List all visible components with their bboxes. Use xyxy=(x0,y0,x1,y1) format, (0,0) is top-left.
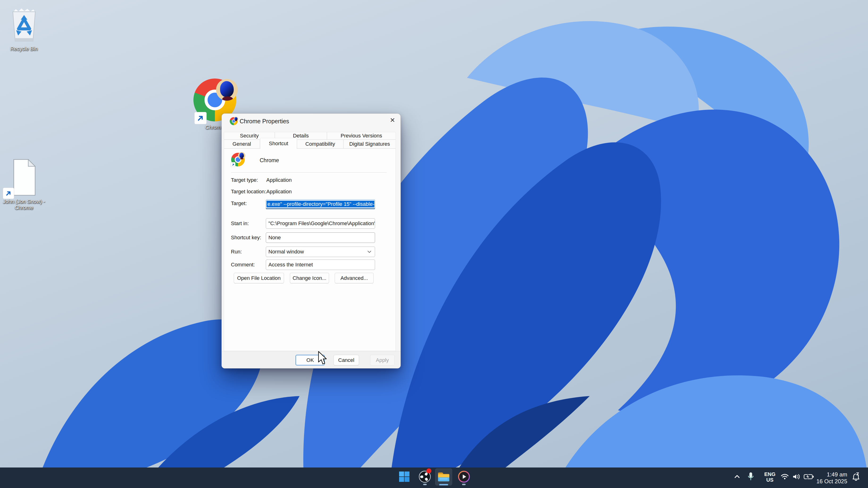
language-indicator[interactable]: ENG US xyxy=(760,471,780,483)
dialog-titlebar-chrome-icon xyxy=(230,117,238,126)
obs-running-indicator xyxy=(423,484,427,485)
recycle-bin-label: Recycle Bin xyxy=(7,46,40,52)
obs-studio-button[interactable] xyxy=(417,469,432,484)
volume-tray-button[interactable] xyxy=(790,469,802,484)
clock-time: 1:49 am xyxy=(807,471,847,478)
microphone-icon xyxy=(747,472,754,481)
chevron-down-icon xyxy=(366,249,372,255)
target-label: Target: xyxy=(231,200,247,207)
file-explorer-icon xyxy=(437,471,450,483)
comment-value: Access the Internet xyxy=(269,262,313,268)
chrome-properties-dialog: Chrome Properties ✕ Security Details Pre… xyxy=(221,113,401,368)
microphone-tray-button[interactable] xyxy=(745,469,757,484)
taskbar: ENG US 1:49 am 16 Oct 2025 xyxy=(0,467,868,488)
tab-general[interactable]: General xyxy=(224,139,260,149)
file-explorer-button[interactable] xyxy=(435,468,452,485)
start-in-value: "C:\Program Files\Google\Chrome\Applicat… xyxy=(269,220,375,227)
start-button[interactable] xyxy=(397,469,412,484)
arrow-cursor-icon xyxy=(317,351,328,365)
shortcut-arrow-icon xyxy=(3,188,14,199)
shortcut-app-name: Chrome xyxy=(260,157,279,164)
recycle-bin-icon xyxy=(7,7,40,45)
language-region: US xyxy=(760,477,780,483)
language-code: ENG xyxy=(760,471,780,477)
doc-shortcut-label-line2: Chrome xyxy=(3,205,45,211)
shortcut-key-value: None xyxy=(269,234,281,241)
shortcut-key-input[interactable]: None xyxy=(266,232,375,243)
profile-avatar-badge xyxy=(238,152,245,159)
notifications-tray-button[interactable] xyxy=(849,469,862,484)
wifi-tray-button[interactable] xyxy=(779,469,790,484)
speaker-icon xyxy=(792,473,801,480)
target-location-label: Target location: xyxy=(231,188,266,195)
dialog-title: Chrome Properties xyxy=(240,118,289,125)
run-value: Normal window xyxy=(269,249,304,255)
media-player-running-indicator xyxy=(462,484,466,485)
shortcut-arrow-icon xyxy=(194,112,207,124)
desktop-wallpaper xyxy=(0,0,868,488)
profile-avatar-badge xyxy=(216,79,238,101)
cancel-button[interactable]: Cancel xyxy=(334,355,359,365)
advanced-button[interactable]: Advanced... xyxy=(335,273,374,283)
shortcut-key-label: Shortcut key: xyxy=(231,234,261,241)
shortcut-page-chrome-icon xyxy=(231,153,245,167)
tray-overflow-button[interactable] xyxy=(731,469,743,484)
change-icon-button[interactable]: Change Icon... xyxy=(290,273,329,283)
tab-digital-signatures[interactable]: Digital Signatures xyxy=(343,139,396,149)
tab-shortcut[interactable]: Shortcut xyxy=(260,138,297,149)
desktop-icon-john-chrome[interactable]: John (Jon Snow) - Chrome xyxy=(3,158,45,211)
tab-compatibility[interactable]: Compatibility xyxy=(297,139,343,149)
wifi-icon xyxy=(780,474,789,480)
clock[interactable]: 1:49 am 16 Oct 2025 xyxy=(807,471,847,485)
close-icon[interactable]: ✕ xyxy=(387,116,398,125)
profile-avatar-badge xyxy=(234,117,238,121)
chevron-up-icon xyxy=(734,473,741,480)
open-file-location-button[interactable]: Open File Location xyxy=(234,273,284,283)
file-explorer-active-indicator xyxy=(439,484,448,485)
target-type-value: Application xyxy=(266,177,292,184)
run-label: Run: xyxy=(231,249,242,255)
target-input[interactable]: e.exe" --profile-directory="Profile 15" … xyxy=(266,199,375,209)
mouse-cursor xyxy=(317,351,328,366)
desktop-icon-recycle-bin[interactable]: Recycle Bin xyxy=(7,7,40,52)
bloom-artwork xyxy=(0,0,868,488)
bell-sleep-icon xyxy=(852,472,860,481)
start-in-label: Start in: xyxy=(231,220,249,227)
media-player-icon xyxy=(458,470,470,483)
media-player-button[interactable] xyxy=(457,469,471,484)
clock-date: 16 Oct 2025 xyxy=(807,478,847,485)
target-type-label: Target type: xyxy=(231,177,258,184)
run-select[interactable]: Normal window xyxy=(266,247,375,257)
tab-previous-versions[interactable]: Previous Versions xyxy=(327,132,396,139)
shortcut-arrow-icon xyxy=(231,162,236,167)
recording-indicator-dot xyxy=(427,468,431,474)
doc-shortcut-label-line1: John (Jon Snow) - xyxy=(3,198,45,205)
apply-button[interactable]: Apply xyxy=(370,355,395,365)
target-location-value: Application xyxy=(266,188,292,195)
comment-input[interactable]: Access the Internet xyxy=(266,260,375,270)
windows-logo-icon xyxy=(399,471,410,482)
comment-label: Comment: xyxy=(231,261,255,268)
target-selected-text: e.exe" --profile-directory="Profile 15" … xyxy=(267,201,374,208)
start-in-input[interactable]: "C:\Program Files\Google\Chrome\Applicat… xyxy=(266,218,375,229)
